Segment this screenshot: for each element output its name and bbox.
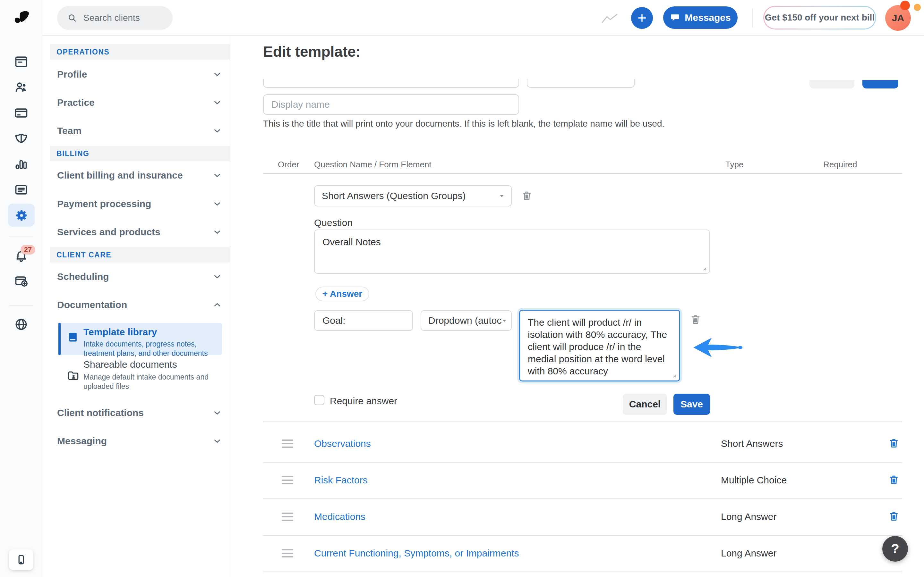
save-button[interactable]: Save — [674, 394, 710, 415]
sidebar-item-payment-processing[interactable]: Payment processing — [50, 196, 230, 211]
template-field-partial[interactable] — [527, 79, 635, 88]
sidebar-item-label: Messaging — [57, 436, 107, 446]
delete-row-button[interactable] — [887, 437, 900, 450]
top-header: Messages Get $150 off your next bill JA — [42, 0, 924, 36]
promo-offer-button[interactable]: Get $150 off your next bill — [763, 6, 876, 29]
chevron-down-icon — [212, 436, 222, 446]
avatar-status-dot — [900, 1, 910, 10]
main-content: Edit template: This is the title that wi… — [230, 36, 924, 577]
sidebar-item-profile[interactable]: Profile — [50, 67, 230, 82]
drag-handle[interactable] — [282, 513, 293, 523]
row-divider — [263, 535, 902, 536]
drag-handle[interactable] — [282, 549, 293, 560]
sidebar-item-client-billing[interactable]: Client billing and insurance — [50, 168, 230, 183]
shared-folder-icon — [67, 369, 79, 382]
rail-divider — [9, 237, 33, 237]
nav-section-client-care: CLIENT CARE — [50, 247, 230, 263]
selected-accent-bar — [58, 323, 61, 355]
table-header-divider — [263, 173, 902, 174]
sidebar-item-label: Client notifications — [57, 408, 144, 418]
trash-icon — [887, 510, 900, 522]
activity-trend-icon[interactable] — [601, 13, 618, 24]
column-header-type: Type — [725, 160, 743, 169]
caret-down-icon — [498, 192, 505, 199]
client-search[interactable] — [57, 6, 173, 30]
shareable-documents-subtitle: Manage default intake documents and uplo… — [83, 372, 215, 391]
annotation-arrow-icon — [692, 335, 743, 360]
promo-offer-label: Get $150 off your next bill — [764, 7, 875, 29]
section-divider — [263, 422, 902, 422]
delete-element-button[interactable] — [520, 189, 533, 203]
header-divider — [752, 8, 753, 27]
sidebar-item-scheduling[interactable]: Scheduling — [50, 269, 230, 284]
sidebar-item-label: Payment processing — [57, 198, 151, 210]
question-label: Question — [314, 218, 352, 228]
cancel-button-partial[interactable] — [809, 80, 855, 89]
settings-gear-icon[interactable] — [14, 208, 28, 222]
calendar-add-icon[interactable] — [14, 274, 28, 288]
nav-section-operations: OPERATIONS — [50, 44, 230, 60]
insurance-shield-icon[interactable] — [14, 131, 28, 145]
answer-options-textarea[interactable]: The client will product /r/ in isolation… — [519, 309, 680, 382]
sidebar-item-messaging[interactable]: Messaging — [50, 434, 230, 449]
sidebar-item-label: Documentation — [57, 300, 127, 310]
sidebar-item-team[interactable]: Team — [50, 123, 230, 139]
reports-chart-icon[interactable] — [14, 157, 28, 171]
row-divider — [263, 572, 902, 572]
question-textarea[interactable]: Overall Notes — [314, 229, 710, 274]
page-title: Edit template: — [263, 43, 360, 60]
calendar-icon[interactable] — [14, 54, 28, 68]
element-type-select[interactable]: Short Answers (Question Groups) — [314, 185, 512, 206]
brand-logo-icon[interactable] — [11, 8, 31, 28]
sidebar-item-documentation[interactable]: Documentation — [50, 297, 230, 313]
sidebar-item-client-notifications[interactable]: Client notifications — [50, 405, 230, 421]
require-answer-checkbox[interactable] — [314, 395, 325, 405]
help-label: ? — [891, 541, 899, 556]
search-input[interactable] — [83, 13, 166, 23]
sidebar-item-services-products[interactable]: Services and products — [50, 224, 230, 240]
messages-button[interactable]: Messages — [663, 6, 738, 29]
row-divider — [263, 462, 902, 463]
resize-grip-icon[interactable] — [701, 265, 707, 271]
delete-row-button[interactable] — [887, 510, 900, 524]
column-header-question: Question Name / Form Element — [314, 160, 431, 169]
billing-card-icon[interactable] — [14, 106, 28, 120]
notes-list-icon[interactable] — [14, 183, 28, 197]
rail-divider — [9, 305, 33, 306]
chevron-down-icon — [212, 126, 222, 135]
sidebar-item-label: Team — [57, 125, 81, 136]
answer-type-select[interactable]: Dropdown (autoc — [421, 310, 512, 331]
question-row-type: Long Answer — [721, 548, 776, 559]
question-row-link[interactable]: Risk Factors — [314, 475, 368, 486]
clients-icon[interactable] — [14, 80, 28, 94]
sidebar-item-template-library[interactable]: Template library Intake documents, progr… — [58, 323, 222, 355]
sidebar-item-practice[interactable]: Practice — [50, 95, 230, 110]
drag-handle[interactable] — [282, 476, 293, 487]
book-icon — [67, 331, 79, 343]
answer-name-input[interactable] — [314, 310, 413, 331]
speech-bubble-icon — [670, 13, 680, 23]
create-new-button[interactable] — [631, 7, 653, 29]
template-name-input-partial[interactable] — [263, 79, 519, 88]
cancel-button[interactable]: Cancel — [623, 394, 667, 415]
display-name-input[interactable] — [263, 94, 519, 115]
trash-icon — [887, 473, 900, 486]
element-type-value: Short Answers (Question Groups) — [322, 190, 466, 201]
resize-grip-icon[interactable] — [670, 372, 677, 378]
community-globe-icon[interactable] — [14, 318, 28, 332]
delete-row-button[interactable] — [887, 473, 900, 487]
drag-handle[interactable] — [282, 440, 293, 450]
question-row-link[interactable]: Current Functioning, Symptoms, or Impair… — [314, 548, 519, 559]
question-row-link[interactable]: Observations — [314, 438, 371, 449]
chevron-down-icon — [212, 408, 222, 418]
trash-icon — [887, 437, 900, 450]
sidebar-item-label: Scheduling — [57, 271, 109, 282]
mobile-app-button[interactable] — [9, 550, 33, 570]
help-button[interactable]: ? — [882, 536, 908, 562]
app-window: 27 — [0, 0, 924, 577]
add-answer-button[interactable]: + Answer — [315, 287, 369, 301]
question-row-link[interactable]: Medications — [314, 511, 365, 522]
delete-answer-button[interactable] — [689, 313, 702, 327]
shareable-documents-title[interactable]: Shareable documents — [83, 359, 177, 370]
save-button-partial[interactable] — [863, 80, 898, 89]
